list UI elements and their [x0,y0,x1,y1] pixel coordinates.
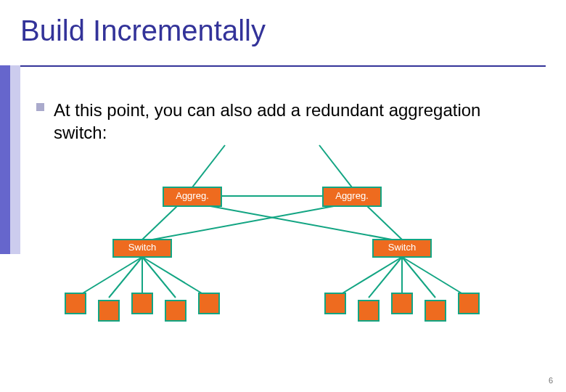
svg-rect-18 [323,187,381,206]
svg-rect-29 [425,301,446,321]
svg-line-13 [369,257,402,298]
svg-rect-23 [132,293,152,314]
svg-line-1 [319,145,352,187]
network-diagram [0,0,566,392]
svg-rect-24 [165,301,186,321]
svg-rect-25 [199,293,219,314]
svg-line-0 [192,145,225,187]
svg-rect-17 [163,187,221,206]
svg-rect-22 [99,301,119,321]
svg-line-8 [109,257,142,298]
svg-rect-20 [373,240,431,257]
svg-line-4 [210,206,392,240]
svg-rect-26 [325,293,345,314]
page-number: 6 [549,376,553,385]
svg-line-12 [335,257,402,298]
svg-line-15 [402,257,435,298]
svg-line-5 [152,206,334,240]
svg-line-6 [367,206,402,240]
svg-line-16 [402,257,469,298]
svg-rect-21 [65,293,86,314]
svg-rect-30 [459,293,479,314]
svg-rect-28 [392,293,412,314]
svg-line-7 [75,257,142,298]
svg-line-11 [142,257,209,298]
svg-rect-27 [358,301,379,321]
svg-rect-19 [113,240,171,257]
svg-line-3 [142,206,177,240]
svg-line-10 [142,257,176,298]
